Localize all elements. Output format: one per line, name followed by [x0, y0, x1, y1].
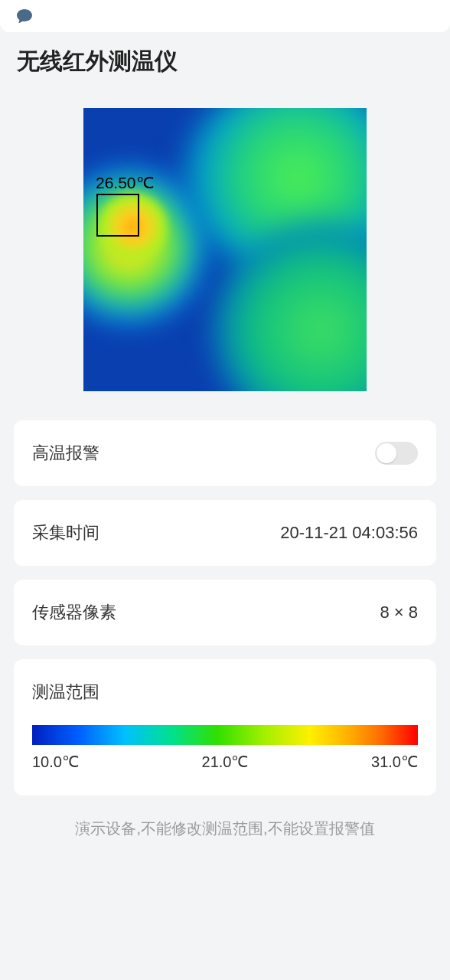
alarm-card: 高温报警 — [14, 420, 436, 486]
sensor-pixel-value: 8 × 8 — [380, 603, 418, 622]
collect-time-value: 20-11-21 04:03:56 — [280, 523, 418, 543]
collect-time-card: 采集时间 20-11-21 04:03:56 — [14, 500, 436, 566]
sensor-pixel-label: 传感器像素 — [32, 601, 116, 624]
alarm-toggle[interactable] — [375, 442, 418, 465]
thermal-area: 26.50℃ — [0, 85, 450, 407]
footer-note: 演示设备,不能修改测温范围,不能设置报警值 — [0, 795, 450, 847]
topbar — [0, 0, 450, 32]
range-min: 10.0℃ — [32, 753, 79, 771]
range-label: 测温范围 — [32, 681, 418, 704]
hotspot-temperature: 26.50℃ — [96, 174, 155, 192]
gradient-bar — [32, 725, 418, 745]
temperature-range-card: 测温范围 10.0℃ 21.0℃ 31.0℃ — [14, 659, 436, 795]
sensor-pixel-card: 传感器像素 8 × 8 — [14, 580, 436, 645]
toggle-knob — [377, 443, 396, 463]
alarm-label: 高温报警 — [32, 442, 99, 465]
thermal-image: 26.50℃ — [83, 108, 367, 391]
chat-icon[interactable] — [15, 7, 34, 25]
collect-time-label: 采集时间 — [32, 521, 99, 544]
range-max: 31.0℃ — [371, 753, 418, 771]
hotspot-marker — [96, 194, 139, 237]
range-labels: 10.0℃ 21.0℃ 31.0℃ — [32, 753, 418, 771]
page-title: 无线红外测温仪 — [0, 32, 450, 85]
range-mid: 21.0℃ — [202, 753, 249, 771]
